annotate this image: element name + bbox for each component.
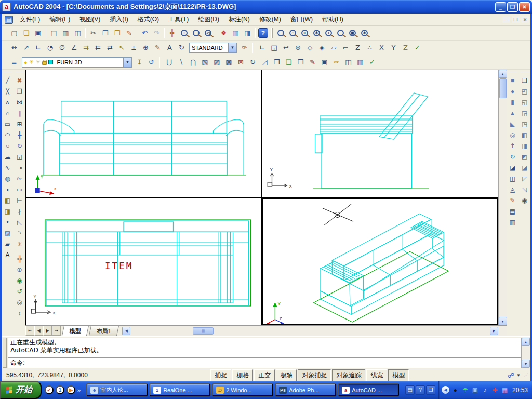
toolbar-grip[interactable]	[5, 28, 6, 38]
chamfer-icon[interactable]: ◺	[14, 217, 25, 228]
color-faces-icon[interactable]: ❑	[283, 57, 295, 68]
match-properties-icon[interactable]: ✎	[123, 28, 135, 39]
spline-icon[interactable]: ∿	[2, 162, 14, 173]
otrack-toggle[interactable]: 对象追踪	[332, 369, 365, 381]
toolbar-grip[interactable]	[252, 43, 254, 53]
task-realone[interactable]: 1 RealOne ...	[149, 383, 210, 396]
cylinder-icon[interactable]: ▮	[507, 97, 518, 108]
top-view-icon[interactable]: ◰	[518, 86, 530, 97]
scale-icon[interactable]: ◱	[14, 151, 25, 162]
menu-edit[interactable]: 编辑(E)	[45, 14, 75, 25]
command-window-grip[interactable]	[3, 338, 7, 368]
zoom-in-icon[interactable]: +	[323, 28, 335, 39]
center-mark-icon[interactable]: ⊕	[140, 42, 152, 54]
multiline-text-icon[interactable]: A	[2, 249, 14, 260]
menu-insert[interactable]: 插入(I)	[105, 14, 132, 25]
separate-icon[interactable]: ◫	[342, 57, 354, 68]
fillet-icon[interactable]: ◝	[14, 228, 25, 238]
restore-button[interactable]: ❐	[507, 2, 518, 12]
pan-realtime-icon[interactable]: ╬	[166, 28, 178, 39]
make-block-icon[interactable]: ◨	[2, 206, 14, 217]
3d-continuous-orbit-icon[interactable]: ↺	[14, 286, 25, 297]
radius-dimension-icon[interactable]: ◔	[44, 42, 56, 54]
color-edges-icon[interactable]: ✎	[307, 57, 318, 68]
setup-drawing-icon[interactable]: ✎	[507, 195, 518, 206]
hatch-icon[interactable]: ▨	[2, 228, 14, 238]
arc-icon[interactable]: ◠	[2, 129, 14, 140]
rotate-faces-icon[interactable]: ↻	[247, 57, 259, 68]
front-view-icon[interactable]: ◧	[518, 129, 530, 140]
grid-toggle[interactable]: 栅格	[232, 369, 253, 381]
resize-grip[interactable]: ⋰	[524, 373, 529, 378]
paste-icon[interactable]: ❒	[111, 28, 123, 39]
menu-help[interactable]: 帮助(H)	[317, 14, 348, 25]
quick-leader-icon[interactable]: ↖	[116, 42, 128, 54]
3d-swivel-icon[interactable]: ◎	[14, 297, 25, 308]
box-icon[interactable]: ■	[507, 75, 518, 86]
tab-next-button[interactable]: ▶	[43, 326, 52, 336]
polar-toggle[interactable]: 极轴	[276, 369, 297, 381]
slice-icon[interactable]: ◪	[507, 162, 518, 173]
menu-tools[interactable]: 工具(T)	[164, 14, 193, 25]
quick-launch-media-player-icon[interactable]: ▶	[66, 385, 75, 394]
antivirus-icon[interactable]: ✚	[491, 386, 499, 394]
stretch-icon[interactable]: ⇥	[14, 162, 25, 173]
back-view-icon[interactable]: ◨	[518, 140, 530, 151]
move-faces-icon[interactable]: ▨	[211, 57, 223, 68]
tab-prev-button[interactable]: ◀	[34, 326, 43, 336]
open-file-icon[interactable]: ❏	[20, 28, 32, 39]
status-tray-arrow-icon[interactable]: ▼	[516, 373, 521, 378]
qq-icon[interactable]: ●	[451, 386, 459, 394]
layer-lock-icon[interactable]	[42, 61, 47, 65]
ucs-previous-icon[interactable]: ↩	[280, 42, 292, 54]
move-icon[interactable]: ╋	[14, 129, 25, 140]
toolbar-grip[interactable]	[159, 57, 161, 68]
scrollbar-thumb[interactable]	[499, 78, 507, 98]
construction-line-icon[interactable]: ╳	[2, 86, 14, 97]
aligned-dimension-icon[interactable]: ↗	[20, 42, 32, 54]
zoom-realtime-icon[interactable]: ±	[178, 28, 190, 39]
chevron-down-icon[interactable]: ▼	[123, 58, 131, 67]
revision-cloud-icon[interactable]: ☁	[2, 151, 14, 162]
dimension-update-icon[interactable]: ↻	[176, 42, 188, 54]
quick-launch-overflow-icon[interactable]: »	[77, 387, 81, 393]
zoom-icon[interactable]: ⊕	[14, 264, 25, 275]
extrude-icon[interactable]: ↥	[507, 140, 518, 151]
task-ie-forum[interactable]: e 室内人论...	[86, 383, 148, 396]
zoom-window-flyout-icon[interactable]: □	[190, 28, 202, 39]
volume-icon[interactable]: ♪	[481, 386, 489, 394]
tab-last-button[interactable]: ⇥	[52, 326, 61, 336]
scroll-down-icon[interactable]: ▼	[522, 360, 530, 368]
toolbar-grip[interactable]	[5, 43, 6, 53]
viewport-isometric-view[interactable]: Y Z	[262, 197, 498, 325]
menu-view[interactable]: 视图(V)	[75, 14, 105, 25]
layer-combo[interactable]: ● ☀ ☀ FURN-3D ▼	[22, 57, 132, 68]
menu-dimension[interactable]: 标注(N)	[224, 14, 255, 25]
ucs-icon[interactable]: ∟	[256, 42, 268, 54]
input-method-icon[interactable]: ▦	[501, 386, 509, 394]
snap-toggle[interactable]: 捕捉	[210, 369, 231, 381]
command-scrollbar[interactable]: ▲ ▼	[521, 338, 529, 368]
ucs-z-icon[interactable]: Z	[400, 42, 411, 54]
rotate-icon[interactable]: ↻	[14, 140, 25, 151]
sphere-icon[interactable]: ●	[507, 86, 518, 97]
copy-icon[interactable]: ❐	[99, 28, 111, 39]
baseline-dimension-icon[interactable]: ⇇	[92, 42, 104, 54]
layer-freeze-sun-icon[interactable]: ☀	[29, 59, 34, 65]
layer-viewport-freeze-icon[interactable]: ☀	[36, 59, 41, 65]
explode-icon[interactable]: ✳	[14, 238, 25, 249]
close-button[interactable]: ✕	[519, 2, 530, 12]
delete-faces-icon[interactable]: ⊠	[235, 57, 247, 68]
clean-icon[interactable]: ✏	[330, 57, 342, 68]
zoom-out-icon[interactable]: −	[335, 28, 347, 39]
quick-launch-app-icon[interactable]: ✓	[45, 385, 54, 394]
keyboard-icon[interactable]: ▤	[405, 385, 415, 395]
tab-first-button[interactable]: ⇤	[25, 326, 34, 336]
line-icon[interactable]: ╱	[2, 75, 14, 86]
task-photoshop[interactable]: Ps Adobe Ph...	[275, 383, 336, 396]
viewport-side-view[interactable]: Y X	[262, 70, 498, 197]
3d-orbit-icon[interactable]: ◉	[14, 275, 25, 286]
layer-properties-manager-icon[interactable]: ≡	[8, 57, 20, 68]
toolbar-grip[interactable]	[5, 57, 6, 68]
intersect-icon[interactable]: ⋂	[187, 57, 199, 68]
